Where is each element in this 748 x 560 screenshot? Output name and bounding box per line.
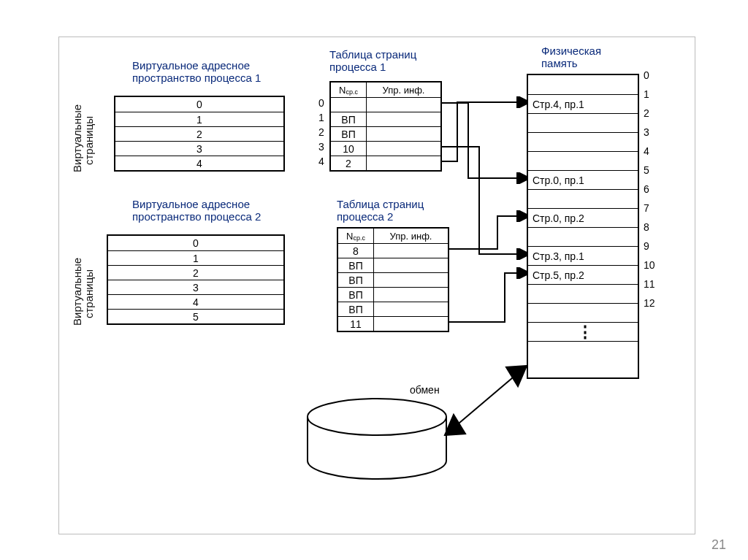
svg-marker-2 <box>506 366 527 386</box>
pt2-row: 8 <box>338 243 448 258</box>
pt1-row: ВП <box>331 112 440 126</box>
phys-idx: 1 <box>644 88 649 100</box>
pt2-hdr-n: Nср.с <box>338 229 374 243</box>
title-phys-l1: Физическая <box>541 45 601 57</box>
svg-marker-3 <box>445 415 465 435</box>
vas1-row: 2 <box>115 126 283 141</box>
pt2-row: ВП <box>338 258 448 272</box>
diagram-stage: Виртуальное адресное пространство процес… <box>58 37 695 534</box>
pt2-row: ВП <box>338 302 448 316</box>
exchange-label: обмен <box>410 384 440 396</box>
phys-idx: 3 <box>644 126 649 138</box>
title-vas2-l1: Виртуальное адресное <box>132 198 250 210</box>
phys-idx: 12 <box>644 297 655 309</box>
phys-idx: 7 <box>644 202 649 214</box>
pt2-row: ВП <box>338 287 448 302</box>
title-phys-l2: память <box>541 57 578 69</box>
title-vas1: Виртуальное адресное пространство процес… <box>132 59 261 85</box>
vpages-label-2: Виртуальные <box>71 258 83 326</box>
vas2-table: 0 1 2 3 4 5 <box>107 234 285 325</box>
vpages-label-2b: страницы <box>83 269 95 318</box>
phys-row <box>528 113 638 132</box>
vas2-row: 1 <box>108 250 283 265</box>
vas2-row: 4 <box>108 294 283 309</box>
pt1-row: 10 <box>331 141 440 156</box>
vas2-row: 3 <box>108 280 283 294</box>
phys-row: Стр.0, пр.1 <box>528 170 638 189</box>
phys-row <box>528 132 638 151</box>
phys-idx: 9 <box>644 240 649 252</box>
title-pt2-l2: процесса 2 <box>337 210 393 223</box>
pt-hdr-upr: Упр. инф. <box>367 83 440 97</box>
pt1-idx: 3 <box>318 141 324 153</box>
svg-line-1 <box>445 366 527 435</box>
physical-memory: Стр.4, пр.1 Стр.0, пр.1 Стр.0, пр.2 Стр.… <box>527 74 639 379</box>
pt2-header: Nср.с Упр. инф. <box>338 229 448 243</box>
vpages-label-1: Виртуальные <box>71 104 83 172</box>
title-pt1: Таблица страниц процесса 1 <box>329 48 416 74</box>
phys-row: Стр.0, пр.2 <box>528 208 638 227</box>
pt2-hdr-upr: Упр. инф. <box>374 229 448 243</box>
vpages-label-1b: страницы <box>83 116 95 165</box>
phys-idx: 10 <box>644 259 655 271</box>
pt1-idx: 1 <box>318 112 324 123</box>
phys-row <box>528 227 638 246</box>
phys-row <box>528 151 638 170</box>
title-vas1-l2: пространство процесса 1 <box>132 72 261 84</box>
vas1-row: 0 <box>115 97 283 112</box>
vas1-table: 0 1 2 3 4 <box>114 96 285 172</box>
vas1-row: 4 <box>115 156 283 170</box>
pt1-row <box>331 97 440 112</box>
phys-row <box>528 189 638 208</box>
svg-point-4 <box>308 399 446 435</box>
vas1-row: 3 <box>115 141 283 156</box>
vas1-row: 1 <box>115 112 283 126</box>
pt1-idx: 4 <box>318 156 324 167</box>
vas2-row: 2 <box>108 265 283 280</box>
pt1-idx: 2 <box>318 126 324 138</box>
phys-row: Стр.3, пр.1 <box>528 246 638 265</box>
pt-hdr-n: Nср.с <box>331 83 367 97</box>
pt2-row: ВП <box>338 272 448 287</box>
title-vas1-l1: Виртуальное адресное <box>132 59 250 72</box>
phys-row <box>528 284 638 303</box>
phys-idx: 5 <box>644 164 649 176</box>
phys-row: Стр.4, пр.1 <box>528 94 638 113</box>
vas2-row: 5 <box>108 309 283 323</box>
pt1-idx: 0 <box>318 97 324 109</box>
pt1-header: Nср.с Упр. инф. <box>331 83 440 97</box>
title-vas2: Виртуальное адресное пространство процес… <box>132 198 261 223</box>
phys-idx: 8 <box>644 221 649 233</box>
title-pt2: Таблица страниц процесса 2 <box>337 198 424 223</box>
phys-row <box>528 303 638 322</box>
phys-row <box>528 75 638 94</box>
title-phys: Физическая память <box>541 45 601 70</box>
phys-row-rest <box>528 341 638 377</box>
phys-idx: 2 <box>644 107 649 119</box>
ellipsis-icon: ⋮ <box>533 329 638 335</box>
vas2-row: 0 <box>108 236 283 250</box>
pt2-row: 11 <box>338 316 448 331</box>
phys-idx: 11 <box>644 278 655 290</box>
title-pt1-l1: Таблица страниц <box>329 48 416 61</box>
pt1-row: ВП <box>331 126 440 141</box>
title-pt2-l1: Таблица страниц <box>337 198 424 210</box>
pt2-table: Nср.с Упр. инф. 8 ВП ВП ВП ВП 11 <box>337 227 449 332</box>
phys-row-dots: ⋮ <box>528 322 638 341</box>
phys-row: Стр.5, пр.2 <box>528 265 638 284</box>
title-vas2-l2: пространство процесса 2 <box>132 210 261 223</box>
phys-idx: 0 <box>644 69 649 81</box>
phys-idx: 6 <box>644 183 649 195</box>
slide-number: 21 <box>711 537 726 553</box>
phys-idx: 4 <box>644 145 649 157</box>
title-pt1-l2: процесса 1 <box>329 61 386 73</box>
pt1-row: 2 <box>331 156 440 170</box>
pt1-table: Nср.с Упр. инф. ВП ВП 10 2 <box>329 81 442 172</box>
